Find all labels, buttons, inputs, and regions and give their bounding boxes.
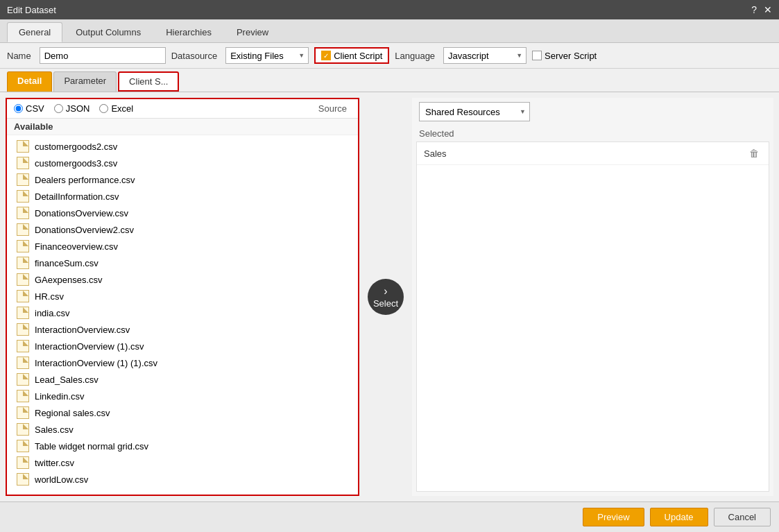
bottombar: Preview Update Cancel [0, 501, 779, 532]
selected-label: Selected [412, 126, 773, 141]
file-name: InteractionOverview (1) (1).csv [35, 358, 157, 368]
selected-list: Sales 🗑 [416, 141, 769, 492]
language-select[interactable]: Javascript [443, 47, 527, 64]
client-script-button[interactable]: ✓ Client Script [314, 47, 389, 64]
file-icon [17, 340, 29, 352]
help-button[interactable]: ? [751, 4, 757, 15]
file-icon [17, 323, 29, 336]
shared-resources-select[interactable]: Shared Resources [419, 102, 530, 121]
list-item[interactable]: InteractionOverview (1).csv [7, 338, 358, 354]
file-name: GAexpenses.csv [35, 275, 103, 285]
language-select-wrapper: Javascript [443, 47, 527, 64]
subtab-detail[interactable]: Detail [7, 71, 52, 92]
list-item[interactable]: DonationsOverview2.csv [7, 221, 358, 238]
client-script-label: Client Script [334, 51, 382, 61]
language-label: Language [395, 51, 435, 61]
file-name: worldLow.csv [35, 474, 88, 485]
list-item[interactable]: Financeoverview.csv [7, 238, 358, 255]
radio-excel[interactable]: Excel [99, 103, 133, 114]
list-item[interactable]: customergoods3.csv [7, 155, 358, 171]
file-icon [17, 290, 29, 302]
list-item[interactable]: DetailInformation.csv [7, 188, 358, 205]
list-item[interactable]: DonationsOverview.csv [7, 205, 358, 221]
file-name: InteractionOverview.csv [35, 325, 130, 335]
file-icon [17, 307, 29, 319]
file-type-radio-group: CSV JSON Excel [14, 103, 133, 114]
file-name: Lead_Sales.csv [35, 375, 99, 385]
list-item[interactable]: InteractionOverview (1) (1).csv [7, 354, 358, 371]
file-icon [17, 456, 29, 469]
file-name: Regional sales.csv [35, 408, 110, 418]
radio-json[interactable]: JSON [54, 103, 90, 114]
source-label: Source [318, 103, 347, 114]
list-item[interactable]: HR.csv [7, 288, 358, 304]
file-icon [17, 423, 29, 436]
file-name: DonationsOverview2.csv [35, 225, 134, 235]
name-label: Name [7, 51, 31, 61]
datasource-select[interactable]: Existing Files [225, 47, 309, 64]
server-script-label: Server Script [545, 51, 597, 61]
list-item[interactable]: worldLow.csv [7, 471, 358, 488]
list-item[interactable]: Linkedin.csv [7, 388, 358, 404]
list-item[interactable]: Lead_Sales.csv [7, 371, 358, 388]
tab-output-columns[interactable]: Output Columns [64, 22, 153, 42]
main-tabbar: General Output Columns Hierarchies Previ… [0, 19, 779, 43]
list-item[interactable]: GAexpenses.csv [7, 271, 358, 288]
update-button[interactable]: Update [650, 508, 708, 526]
tab-preview[interactable]: Preview [225, 22, 280, 42]
file-icon [17, 273, 29, 286]
list-item[interactable]: Regional sales.csv [7, 404, 358, 421]
file-name: DonationsOverview.csv [35, 208, 128, 218]
dialog-title: Edit Dataset [7, 5, 56, 15]
list-item[interactable]: Table widget normal grid.csv [7, 438, 358, 454]
right-panel: Shared Resources Selected Sales 🗑 [412, 98, 773, 496]
middle-area: › Select [365, 98, 406, 496]
file-icon [17, 240, 29, 252]
file-icon [17, 157, 29, 169]
radio-csv[interactable]: CSV [14, 103, 44, 114]
subtabbar: Detail Parameter Client S... [0, 69, 779, 92]
file-name: Table widget normal grid.csv [35, 441, 148, 452]
titlebar-controls: ? ✕ [751, 4, 772, 15]
close-button[interactable]: ✕ [764, 4, 772, 15]
server-script-area: Server Script [532, 51, 597, 61]
file-list: customergoods2.csvcustomergoods3.csvDeal… [7, 135, 358, 495]
subtab-client-s[interactable]: Client S... [118, 71, 179, 92]
list-item[interactable]: InteractionOverview.csv [7, 321, 358, 338]
datasource-select-wrapper: Existing Files [225, 47, 309, 64]
file-name: HR.csv [35, 291, 64, 302]
file-name: Linkedin.csv [35, 391, 85, 402]
select-button[interactable]: › Select [368, 279, 404, 315]
file-icon [17, 357, 29, 369]
titlebar: Edit Dataset ? ✕ [0, 0, 779, 19]
file-icon [17, 473, 29, 486]
file-name: customergoods3.csv [35, 158, 117, 169]
select-label: Select [373, 298, 398, 309]
list-item[interactable]: Sales.csv [7, 421, 358, 438]
file-icon [17, 190, 29, 203]
cancel-button[interactable]: Cancel [714, 508, 771, 526]
file-icon [17, 173, 29, 186]
file-name: Sales.csv [35, 424, 74, 435]
list-item[interactable]: twitter.csv [7, 454, 358, 471]
file-name: twitter.csv [35, 458, 74, 468]
tab-hierarchies[interactable]: Hierarchies [154, 22, 223, 42]
tab-general[interactable]: General [7, 22, 62, 42]
name-input[interactable] [40, 47, 166, 64]
file-icon [17, 406, 29, 419]
main-content: CSV JSON Excel Source Available customer… [0, 92, 779, 501]
file-name: DetailInformation.csv [35, 191, 119, 202]
file-name: InteractionOverview (1).csv [35, 341, 144, 352]
list-item[interactable]: financeSum.csv [7, 255, 358, 271]
delete-selected-item-button[interactable]: 🗑 [746, 146, 762, 160]
radio-bar: CSV JSON Excel Source [7, 99, 358, 119]
preview-button[interactable]: Preview [583, 508, 644, 526]
list-item[interactable]: customergoods2.csv [7, 138, 358, 155]
list-item[interactable]: Dealers performance.csv [7, 171, 358, 188]
available-label: Available [7, 119, 358, 135]
list-item[interactable]: india.csv [7, 304, 358, 321]
select-arrow-icon: › [384, 286, 387, 297]
server-script-checkbox[interactable] [532, 51, 542, 60]
subtab-parameter[interactable]: Parameter [53, 71, 117, 92]
file-icon [17, 390, 29, 402]
